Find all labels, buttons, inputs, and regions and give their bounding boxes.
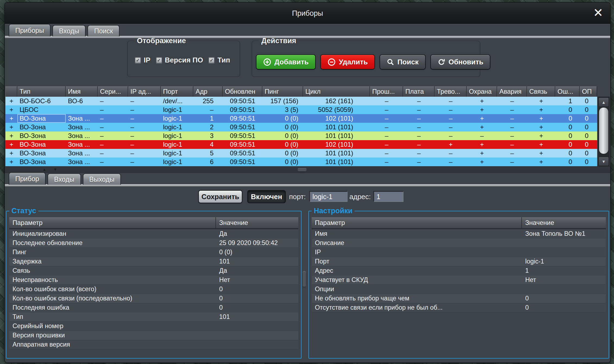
param-row[interactable]: СвязьДа — [9, 266, 298, 275]
device-table-rows: +ВО-БОС-6ВО-6––/dev/...25509:50:51157 (1… — [5, 97, 597, 166]
scroll-down-icon[interactable]: ▼ — [599, 157, 609, 166]
param-row[interactable]: НеисправностьНет — [9, 275, 298, 285]
main-tab-1[interactable]: Входы — [52, 25, 86, 36]
param-row[interactable]: Не обновлять прибор чаще чем0 — [312, 294, 606, 303]
table-row[interactable]: +ВО-ЗонаЗона ...––logic-1509:50:510 (0)1… — [5, 149, 597, 158]
device-table-header[interactable]: ТипИмяСери...IP ад...ПортАдрОбновленПинг… — [5, 86, 597, 97]
column-header-10[interactable]: Прош... — [370, 86, 403, 97]
checkmark-icon[interactable]: ✓ — [156, 57, 162, 63]
param-row[interactable]: Кол-во ошибок связи (последовательно)0 — [9, 294, 298, 303]
column-header-6[interactable]: Адр — [193, 86, 223, 97]
refresh-button[interactable]: Обновить — [430, 54, 491, 70]
table-cell: logic-1 — [161, 140, 193, 149]
table-row[interactable]: +ВО-ЗонаЗона ...––logic-1609:50:510 (0)1… — [5, 158, 597, 166]
param-row[interactable]: Последняя ошибка0 — [9, 303, 298, 312]
param-row[interactable]: Адрес1 — [312, 266, 606, 275]
column-header-5[interactable]: Порт — [161, 86, 193, 97]
save-button[interactable]: Сохранить — [198, 190, 242, 203]
add-button[interactable]: Добавить — [256, 54, 316, 70]
search-icon — [387, 58, 394, 66]
splitter-grip-icon[interactable] — [298, 168, 306, 171]
column-header-2[interactable]: Имя — [66, 86, 98, 97]
display-checkbox-1[interactable]: ✓Версия ПО — [156, 56, 203, 64]
column-header-9[interactable]: Цикл — [303, 86, 370, 97]
param-row[interactable]: Портlogic-1 — [312, 257, 606, 266]
column-header-0[interactable] — [5, 86, 17, 97]
main-tab-2[interactable]: Поиск — [87, 25, 119, 36]
param-row[interactable]: IP — [312, 248, 606, 257]
column-header-16[interactable]: Ош... — [555, 86, 580, 97]
column-header-8[interactable]: Пинг — [262, 86, 303, 97]
param-row[interactable]: Отсутствие связи если прибор не был об..… — [312, 303, 606, 312]
plus-circle-icon — [263, 58, 271, 66]
param-row[interactable]: Аппаратная версия — [9, 340, 298, 349]
param-table-header: ПараметрЗначение — [312, 217, 606, 229]
splitter-collapse-up-icon[interactable]: ▲ — [42, 167, 46, 172]
column-header-4[interactable]: IP ад... — [128, 86, 161, 97]
expand-toggle[interactable]: + — [5, 114, 17, 123]
table-cell: + — [467, 105, 497, 114]
expand-toggle[interactable]: + — [5, 123, 17, 131]
detail-tab-0[interactable]: Прибор — [9, 172, 46, 185]
column-header-7[interactable]: Обновлен — [223, 86, 262, 97]
expand-toggle[interactable]: + — [5, 105, 17, 114]
table-cell: – — [98, 158, 128, 166]
panel-splitter-grip-icon[interactable] — [303, 271, 306, 287]
column-header-3[interactable]: Сери... — [98, 86, 128, 97]
detail-tab-1[interactable]: Входы — [48, 173, 81, 185]
param-row[interactable]: Последнее обновление25 09 2020 09:50:42 — [9, 239, 298, 248]
scroll-up-icon[interactable]: ▲ — [599, 98, 609, 107]
expand-toggle[interactable]: + — [5, 97, 17, 105]
checkmark-icon[interactable]: ✓ — [208, 57, 215, 63]
port-input[interactable] — [309, 191, 347, 202]
expand-toggle[interactable]: + — [5, 131, 17, 140]
table-row[interactable]: +ЦБОС––logic-1–09:50:513 (5)5052 (5059)–… — [5, 105, 597, 114]
param-row[interactable]: ИмяЗона Тополь ВО №1 — [312, 229, 606, 239]
column-header-14[interactable]: Авария — [497, 86, 527, 97]
checkmark-icon[interactable]: ✓ — [135, 57, 141, 63]
expand-toggle[interactable]: + — [5, 140, 17, 149]
vertical-scrollbar[interactable]: ▲ ▼ — [598, 97, 610, 167]
close-icon[interactable]: ✕ — [593, 3, 603, 23]
column-header-11[interactable]: Плата — [403, 86, 435, 97]
table-row[interactable]: +ВО-ЗонаЗона ...––logic-1109:50:510 (0)1… — [5, 114, 597, 123]
param-row[interactable]: ИнициализированДа — [9, 229, 298, 239]
detail-tab-2[interactable]: Выходы — [83, 173, 121, 185]
titlebar[interactable]: Приборы ✕ — [5, 3, 610, 24]
display-checkbox-2[interactable]: ✓Тип — [208, 56, 230, 64]
column-header-17[interactable]: ОП — [580, 86, 597, 97]
delete-button[interactable]: Удалить — [320, 54, 375, 70]
param-value: 0 — [216, 303, 298, 312]
param-row[interactable]: Описание — [312, 239, 606, 248]
param-row[interactable]: Опции — [312, 285, 606, 294]
enabled-toggle[interactable]: Включен — [247, 190, 286, 203]
param-value — [522, 239, 606, 247]
search-button[interactable]: Поиск — [380, 54, 426, 70]
column-header-1[interactable]: Тип — [17, 86, 66, 97]
display-checkbox-0[interactable]: ✓IP — [135, 56, 151, 64]
main-tab-0[interactable]: Приборы — [9, 24, 51, 36]
param-row[interactable]: Кол-во ошибок связи (всего)0 — [9, 285, 298, 294]
expand-toggle[interactable]: + — [5, 149, 17, 158]
param-row[interactable]: Участвует в СКУДНет — [312, 275, 606, 285]
param-row[interactable]: Задержка101 — [9, 257, 298, 266]
scrollbar-thumb[interactable] — [599, 107, 609, 154]
param-row[interactable]: Тип101 — [9, 312, 298, 322]
splitter-collapse-down-icon[interactable]: ▼ — [53, 167, 57, 172]
settings-table: ПараметрЗначениеИмяЗона Тополь ВО №1Опис… — [312, 217, 606, 312]
table-row[interactable]: +ВО-ЗонаЗона ...––logic-1409:50:510 (0)1… — [5, 140, 597, 149]
param-value: 25 09 2020 09:50:42 — [216, 239, 298, 247]
table-row[interactable]: +ВО-ЗонаЗона ...––logic-1309:50:510 (0)1… — [5, 131, 597, 140]
param-row[interactable]: Пинг0 (0) — [9, 248, 298, 257]
param-row[interactable]: Серийный номер — [9, 322, 298, 331]
table-row[interactable]: +ВО-БОС-6ВО-6––/dev/...25509:50:51157 (1… — [5, 97, 597, 105]
expand-toggle[interactable]: + — [5, 158, 17, 166]
horizontal-splitter[interactable]: ▲ ▼ — [5, 166, 610, 173]
column-header-13[interactable]: Охрана — [467, 86, 497, 97]
table-row[interactable]: +ВО-ЗонаЗона ...––logic-1209:50:510 (0)1… — [5, 123, 597, 131]
address-input[interactable] — [373, 191, 403, 202]
param-name: IP — [312, 248, 522, 257]
column-header-12[interactable]: Трево... — [435, 86, 467, 97]
column-header-15[interactable]: Связь — [527, 86, 555, 97]
param-row[interactable]: Версия прошивки — [9, 331, 298, 340]
